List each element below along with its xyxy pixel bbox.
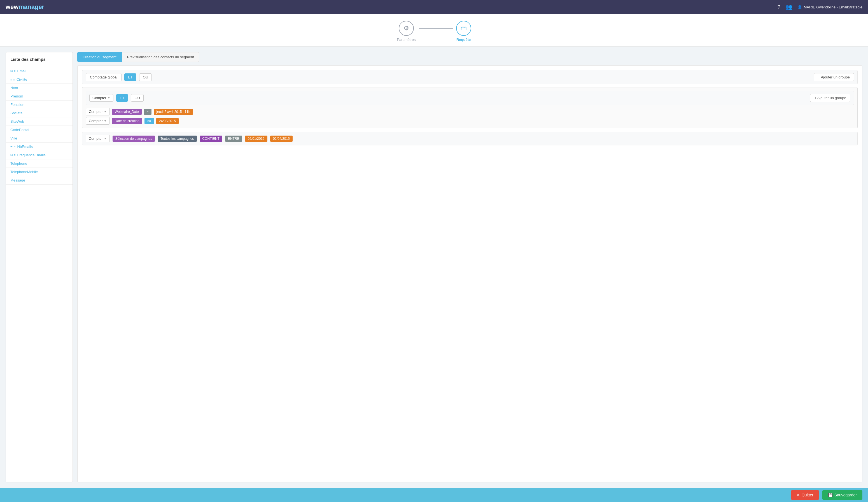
third-compter-label: Compter — [89, 136, 103, 141]
right-panel: Création du segment Prévisualisation des… — [77, 52, 862, 482]
inner-compter-caret: ▼ — [107, 96, 110, 100]
header: wewmanager ? 👥 👤 MARIE Gwendoline - Emai… — [0, 0, 868, 14]
sidebar: Liste des champs ✉ ≡ Email ≡ ≡ Civilite … — [6, 52, 73, 482]
third-between-tag: ENTRE — [225, 136, 242, 142]
sidebar-item-label-telephonemobile: TelephoneMobile — [10, 170, 38, 174]
logo-text: wewmanager — [6, 3, 44, 11]
users-icon[interactable]: 👥 — [785, 4, 793, 10]
sidebar-item-email[interactable]: ✉ ≡ Email — [6, 67, 73, 75]
nbemails-icon: ✉ ≡ — [10, 145, 16, 148]
tab-creation[interactable]: Création du segment — [77, 52, 122, 62]
quitter-label: Quitter — [802, 493, 813, 497]
sidebar-item-civilite[interactable]: ≡ ≡ Civilite — [6, 75, 73, 84]
sauvegarder-button[interactable]: 💾 Sauvegarder — [822, 490, 862, 500]
help-icon[interactable]: ? — [777, 4, 781, 10]
condition1-compter-button[interactable]: Compter ▼ — [86, 108, 110, 115]
global-add-group-button[interactable]: + Ajouter un groupe — [814, 73, 854, 81]
sidebar-item-siteweb[interactable]: SiteWeb — [6, 117, 73, 126]
sidebar-item-nom[interactable]: Nom — [6, 84, 73, 92]
user-label: MARIE Gwendoline - EmailStrategie — [804, 5, 862, 9]
condition2-value-tag: 24/03/2015 — [156, 118, 179, 124]
sidebar-item-label-nbemails: NbEmails — [17, 145, 33, 149]
sidebar-item-nbemails[interactable]: ✉ ≡ NbEmails — [6, 143, 73, 151]
wizard-circle-requete: 🗃 — [456, 21, 471, 36]
sidebar-item-message[interactable]: Message — [6, 176, 73, 185]
main-content: Liste des champs ✉ ≡ Email ≡ ≡ Civilite … — [0, 47, 868, 488]
sidebar-item-label-frequenceemails: FrequenceEmails — [17, 153, 45, 157]
sidebar-item-label-message: Message — [10, 178, 25, 182]
condition-row-2: Compter ▼ Date de création >= 24/03/2015 — [86, 117, 854, 125]
sidebar-item-label-prenom: Prenom — [10, 94, 23, 98]
frequenceemails-icon: ✉ ≡ — [10, 153, 16, 157]
sidebar-item-label-telephone: Telephone — [10, 161, 27, 166]
condition2-compter-label: Compter — [89, 119, 103, 123]
third-field-tag: Sélection de campagnes — [113, 136, 155, 142]
condition2-compter-button[interactable]: Compter ▼ — [86, 117, 110, 125]
user-info: 👤 MARIE Gwendoline - EmailStrategie — [797, 5, 862, 9]
tabs: Création du segment Prévisualisation des… — [77, 52, 862, 62]
condition1-compter-label: Compter — [89, 110, 103, 114]
condition2-field-tag: Date de création — [112, 118, 142, 124]
civilite-icon: ≡ ≡ — [10, 78, 15, 81]
third-caret: ▼ — [104, 137, 107, 140]
sidebar-item-label-email: Email — [17, 69, 26, 73]
condition1-operator-btn[interactable]: = — [144, 109, 152, 115]
sauvegarder-label: Sauvegarder — [834, 493, 857, 497]
third-compter-button[interactable]: Compter ▼ — [86, 135, 110, 142]
inner-ou-button[interactable]: OU — [131, 94, 144, 102]
sidebar-item-label-societe: Societe — [10, 111, 22, 115]
inner-et-button[interactable]: ET — [116, 94, 128, 102]
inner-add-group-button[interactable]: + Ajouter un groupe — [810, 94, 850, 102]
header-right: ? 👥 👤 MARIE Gwendoline - EmailStrategie — [777, 4, 862, 10]
sidebar-item-ville[interactable]: Ville — [6, 134, 73, 143]
global-et-button[interactable]: ET — [124, 73, 136, 81]
sidebar-item-fonction[interactable]: Fonction — [6, 101, 73, 109]
condition1-field-tag: Webinaire_Date — [112, 109, 142, 115]
third-operator-tag: CONTIENT — [200, 136, 222, 142]
third-value1-tag: Toutes les campagnes — [158, 136, 197, 142]
logo: wewmanager — [6, 3, 44, 11]
email-icon: ✉ ≡ — [10, 69, 16, 73]
wizard: ⚙ Paramètres 🗃 Requête — [0, 14, 868, 47]
sidebar-item-societe[interactable]: Societe — [6, 109, 73, 117]
condition1-value-tag: jeudi 2 avril 2015 : 11h — [154, 109, 193, 115]
condition-row-1: Compter ▼ Webinaire_Date = jeudi 2 avril… — [86, 108, 854, 115]
wizard-step-parametres[interactable]: ⚙ Paramètres — [397, 21, 415, 42]
content-area: Comptage global ET OU + Ajouter un group… — [77, 65, 862, 482]
sidebar-item-telephonemobile[interactable]: TelephoneMobile — [6, 168, 73, 176]
sidebar-item-prenom[interactable]: Prenom — [6, 92, 73, 101]
user-icon: 👤 — [797, 5, 802, 9]
footer: ✕ Quitter 💾 Sauvegarder — [0, 488, 868, 502]
sidebar-item-codepostal[interactable]: CodePostal — [6, 126, 73, 134]
sidebar-item-label-fonction: Fonction — [10, 103, 24, 107]
third-date1-tag: 02/01/2015 — [245, 136, 267, 142]
inner-group-row: Compter ▼ ET OU + Ajouter un groupe — [86, 91, 854, 105]
third-date2-tag: 02/04/2015 — [270, 136, 292, 142]
global-group-row: Comptage global ET OU + Ajouter un group… — [82, 70, 858, 84]
wizard-connector — [419, 28, 453, 29]
quitter-button[interactable]: ✕ Quitter — [791, 490, 819, 500]
sidebar-item-label-civilite: Civilite — [17, 77, 27, 82]
sidebar-item-telephone[interactable]: Telephone — [6, 160, 73, 168]
condition2-operator-btn[interactable]: >= — [144, 118, 154, 124]
third-group-row: Compter ▼ Sélection de campagnes Toutes … — [82, 132, 858, 145]
inner-compter-button[interactable]: Compter ▼ — [89, 94, 113, 102]
quitter-icon: ✕ — [797, 493, 800, 497]
condition2-caret: ▼ — [104, 119, 107, 122]
wizard-label-requete: Requête — [456, 38, 471, 42]
condition1-caret: ▼ — [104, 110, 107, 113]
global-ou-button[interactable]: OU — [139, 73, 152, 81]
wizard-step-requete[interactable]: 🗃 Requête — [456, 21, 471, 42]
sidebar-item-label-ville: Ville — [10, 136, 17, 140]
comptage-global-button[interactable]: Comptage global — [86, 73, 122, 81]
tab-previsualisation[interactable]: Prévisualisation des contacts du segment — [122, 52, 199, 62]
sidebar-item-label-codepostal: CodePostal — [10, 128, 29, 132]
sidebar-item-label-nom: Nom — [10, 86, 18, 90]
inner-compter-label: Compter — [92, 96, 106, 100]
sidebar-item-frequenceemails[interactable]: ✉ ≡ FrequenceEmails — [6, 151, 73, 160]
sauvegarder-icon: 💾 — [828, 493, 833, 497]
wizard-label-parametres: Paramètres — [397, 38, 415, 42]
sidebar-title: Liste des champs — [6, 57, 73, 65]
sidebar-item-label-siteweb: SiteWeb — [10, 119, 24, 124]
wizard-circle-parametres: ⚙ — [399, 21, 414, 36]
